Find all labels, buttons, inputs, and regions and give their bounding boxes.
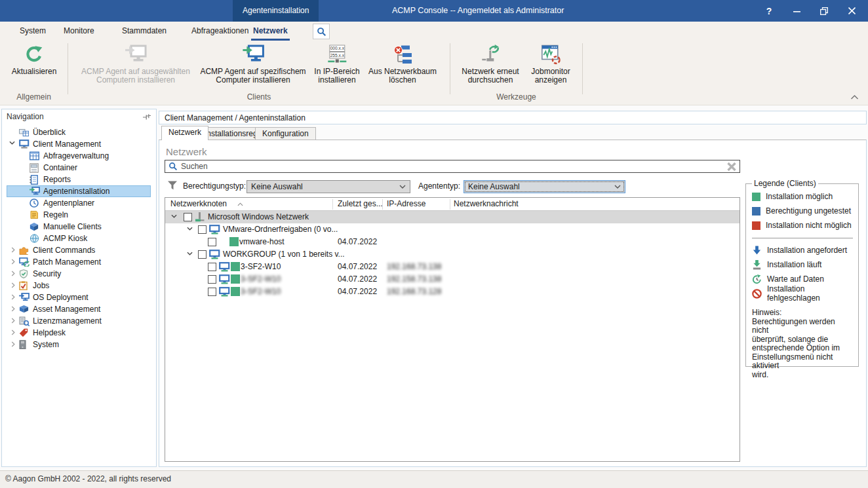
- menu-item-abfrageaktionen[interactable]: Abfrageaktionen: [191, 22, 248, 41]
- sidebar-item-agentenplaner[interactable]: Agentenplaner: [2, 197, 156, 209]
- node-name: 3-SF2-W10: [241, 261, 281, 273]
- main-area: Client Management / Agenteninstallation …: [159, 111, 867, 467]
- minimize-icon: [793, 7, 800, 14]
- overview-icon: [19, 128, 29, 138]
- menu-search-button[interactable]: [313, 24, 330, 39]
- row-checkbox[interactable]: [184, 213, 192, 221]
- minimize-button[interactable]: [783, 0, 810, 22]
- restore-button[interactable]: [810, 0, 838, 22]
- sidebar-item-os-deployment[interactable]: OS Deployment: [2, 291, 156, 303]
- ribbon-button-acmp-agent-auf-ausgewählten: ACMP Agent auf ausgewählten Computern in…: [81, 44, 190, 84]
- titlebar: Agenteninstallation ACMP Console -- Ange…: [0, 0, 868, 22]
- kiosk-icon: [30, 234, 39, 243]
- last-seen-cell: 04.07.2022: [338, 273, 377, 286]
- navigation-title: Navigation: [7, 112, 44, 121]
- agent-installation-icon: [30, 187, 40, 196]
- column-header-netzwerkknoten[interactable]: Netzwerkknoten: [170, 198, 227, 210]
- sidebar-item-patch-management[interactable]: Patch Management: [2, 256, 156, 268]
- menu-item-netzwerk[interactable]: Netzwerk: [253, 22, 288, 41]
- menu-item-stammdaten[interactable]: Stammdaten: [122, 22, 167, 41]
- help-button[interactable]: ?: [755, 0, 783, 22]
- legend-item-label: Installation angefordert: [767, 246, 847, 255]
- row-checkbox[interactable]: [198, 250, 207, 259]
- search-box: [165, 160, 740, 173]
- reports-icon: [30, 175, 38, 185]
- sidebar-item-manuelle-clients[interactable]: Manuelle Clients: [2, 221, 156, 233]
- sidebar-item-überblick[interactable]: Überblick: [2, 126, 156, 138]
- sidebar-item-label: Agenteninstallation: [43, 185, 109, 197]
- close-button[interactable]: [838, 0, 865, 22]
- menu-item-monitore[interactable]: Monitore: [64, 22, 94, 41]
- sidebar-item-client-management[interactable]: Client Management: [2, 138, 156, 150]
- sidebar-item-label: Überblick: [33, 126, 66, 138]
- ribbon-button-acmp-agent-auf-spezifischem[interactable]: ACMP Agent auf spezifischem Computer ins…: [200, 44, 306, 84]
- sidebar-item-container[interactable]: Container: [2, 162, 156, 174]
- waiting-icon: [752, 274, 762, 284]
- table-row[interactable]: 3-SF2-W1004.07.2022192.158.73.138: [165, 273, 740, 286]
- sidebar-item-label: Container: [43, 162, 77, 174]
- table-row[interactable]: Microsoft Windows Netzwerk: [165, 211, 740, 223]
- legend-item-label: Installation läuft: [767, 260, 821, 269]
- network-node-icon: [195, 212, 205, 222]
- ribbon-button-aktualisieren[interactable]: Aktualisieren: [12, 44, 57, 76]
- chevron-right-icon: [10, 246, 16, 253]
- row-checkbox[interactable]: [208, 288, 216, 296]
- row-checkbox[interactable]: [208, 263, 216, 271]
- sidebar-item-agenteninstallation[interactable]: Agenteninstallation: [2, 185, 156, 197]
- sidebar-item-security[interactable]: Security: [2, 268, 156, 280]
- table-row[interactable]: WORKGROUP (1 von 1 bereits v...: [165, 248, 740, 261]
- sidebar-item-regeln[interactable]: Regeln: [2, 209, 156, 221]
- column-separator: [450, 199, 450, 210]
- ribbon-button-label: ACMP Agent auf spezifischem Computer ins…: [200, 67, 306, 84]
- titlebar-document-tab[interactable]: Agenteninstallation: [233, 0, 319, 22]
- tab-netzwerk[interactable]: Netzwerk: [161, 126, 208, 140]
- row-checkbox[interactable]: [208, 238, 216, 246]
- berechtigungstyp-select[interactable]: Keine Auswahl: [247, 180, 410, 193]
- column-header-netzwerknachricht[interactable]: Netzwerknachricht: [454, 198, 519, 210]
- table-row[interactable]: VMware-Ordnerfreigaben (0 vo...: [165, 223, 740, 236]
- manual-clients-icon: [30, 222, 39, 231]
- sidebar-item-jobs[interactable]: Jobs: [2, 280, 156, 291]
- agententyp-select[interactable]: Keine Auswahl: [464, 180, 625, 193]
- legend-item-installation-läuft: Installation läuft: [752, 257, 853, 272]
- window-controls: ?: [755, 0, 865, 22]
- chevron-right-icon: [10, 329, 16, 336]
- table-row[interactable]: vmware-host04.07.2022: [165, 236, 740, 248]
- network-panel: Netzwerk Berechtigungstyp: Keine Auswahl: [159, 140, 867, 467]
- ribbon-button-aus-netzwerkbaum[interactable]: Aus Netzwerkbaum löschen: [368, 44, 437, 84]
- sidebar-item-abfrageverwaltung[interactable]: Abfrageverwaltung: [2, 150, 156, 162]
- table-row[interactable]: 3-SF2-W1004.07.2022192.168.73.138: [165, 261, 740, 273]
- column-header-ip-adresse[interactable]: IP-Adresse: [387, 198, 425, 210]
- sidebar-item-acmp-kiosk[interactable]: ACMP Kiosk: [2, 233, 156, 244]
- sidebar-item-system[interactable]: System: [2, 339, 156, 350]
- ip-address-cell: 192.158.73.138: [387, 273, 441, 286]
- sidebar-item-asset-management[interactable]: Asset Management: [2, 303, 156, 315]
- refresh-icon: [24, 44, 44, 65]
- row-checkbox[interactable]: [208, 275, 216, 284]
- clear-search-icon[interactable]: [727, 162, 736, 171]
- network-tree-delete-icon: [393, 44, 412, 65]
- last-seen-cell: 04.07.2022: [338, 286, 377, 298]
- row-checkbox[interactable]: [198, 225, 207, 234]
- sidebar-item-helpdesk[interactable]: Helpdesk: [2, 327, 156, 339]
- menu-item-system[interactable]: System: [20, 22, 46, 41]
- install-running-icon: [752, 260, 762, 270]
- sidebar-item-label: Lizenzmanagement: [33, 315, 102, 327]
- sidebar-item-lizenzmanagement[interactable]: Lizenzmanagement: [2, 315, 156, 327]
- ribbon-collapse-button[interactable]: [850, 94, 859, 100]
- agent-planner-icon: [30, 198, 39, 208]
- ribbon-button-in-ip-bereich[interactable]: 000.x.x255.x.xIn IP-Bereich installieren: [314, 44, 359, 84]
- table-row[interactable]: 3-SF2-W1004.07.2022192.168.73.128: [165, 286, 740, 298]
- legend-item-installation-fehlgeschlagen: Installation fehlgeschlagen: [752, 286, 853, 301]
- column-header-zuletzt-ges[interactable]: Zuletzt ges...: [338, 198, 383, 210]
- ribbon-button-netzwerk-erneut[interactable]: Netzwerk erneut durchsuchen: [462, 44, 519, 84]
- pin-icon[interactable]: [142, 113, 151, 121]
- sidebar-item-client-commands[interactable]: Client Commands: [2, 244, 156, 256]
- search-input[interactable]: [181, 162, 724, 171]
- sidebar-item-reports[interactable]: Reports: [2, 174, 156, 185]
- ribbon-button-jobmonitor[interactable]: Jobmonitor anzeigen: [531, 44, 570, 84]
- agententyp-value: Keine Auswahl: [468, 182, 520, 191]
- tab-konfiguration[interactable]: Konfiguration: [255, 127, 316, 140]
- sidebar-item-label: Asset Management: [33, 303, 100, 315]
- legend-item-installation-angefordert: Installation angefordert: [752, 243, 853, 257]
